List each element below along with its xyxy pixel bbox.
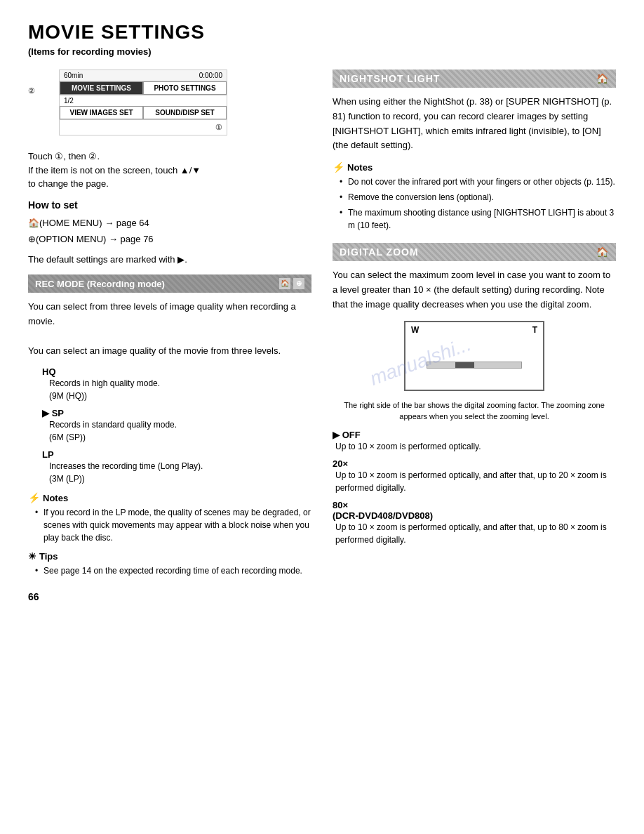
right-column: NIGHTSHOT LIGHT 🏠 When using either the … <box>333 70 616 602</box>
nightshot-body-text: When using either the NightShot (p. 38) … <box>333 95 616 153</box>
option-menu-link: ⊕(OPTION MENU) → page 76 <box>28 231 311 247</box>
tips-label: Tips <box>39 551 58 562</box>
zoom-bar-inner <box>455 362 474 368</box>
nightshot-notes-label: Notes <box>347 162 373 173</box>
nightshot-notes-list: Do not cover the infrared port with your… <box>340 176 616 232</box>
nightshot-header: NIGHTSHOT LIGHT 🏠 <box>333 70 616 88</box>
quality-hq: HQ Records in high quality mode.(9M (HQ)… <box>42 366 311 402</box>
digital-zoom-title: DIGITAL ZOOM <box>340 246 419 258</box>
notes-label: Notes <box>43 493 68 503</box>
tip-item-0: See page 14 on the expected recording ti… <box>35 564 311 577</box>
zoom-20x-desc: Up to 10 × zoom is performed optically, … <box>335 469 616 494</box>
tips-list: See page 14 on the expected recording ti… <box>35 564 311 577</box>
zoom-off-label: OFF <box>333 430 616 440</box>
tips-header: ☀ Tips <box>28 551 311 562</box>
quality-sp-label: SP <box>42 408 311 418</box>
nightshot-notes-header: ⚡ Notes <box>333 161 616 173</box>
quality-sp-desc: Records in standard quality mode.(6M (SP… <box>49 418 311 444</box>
quality-lp-label: LP <box>42 449 311 460</box>
tips-section: ☀ Tips See page 14 on the expected recor… <box>28 551 311 577</box>
diagram-cell-photo: PHOTO SETTINGS <box>143 81 227 95</box>
default-note: The default settings are marked with ▶. <box>28 254 311 265</box>
diagram-top-bar: 60min 0:00:00 <box>60 70 227 81</box>
nightshot-notes-icon: ⚡ <box>333 161 344 173</box>
touch-line1: Touch ①, then ②. <box>28 151 100 161</box>
notes-list: If you record in the LP mode, the qualit… <box>35 506 311 544</box>
quality-sp: SP Records in standard quality mode.(6M … <box>42 408 311 444</box>
zoom-caption: The right side of the bar shows the digi… <box>333 399 616 423</box>
rec-mode-header: REC MODE (Recording mode) 🏠 ⊕ <box>28 274 311 293</box>
diagram-cell-view: VIEW IMAGES SET <box>60 106 143 119</box>
page-subtitle: (Items for recording movies) <box>28 46 616 57</box>
digital-zoom-home-icon: 🏠 <box>596 246 609 258</box>
zoom-option-20x: 20× Up to 10 × zoom is performed optical… <box>333 458 616 494</box>
nightshot-title: NIGHTSHOT LIGHT <box>340 73 440 84</box>
zoom-option-80x: 80×(DCR-DVD408/DVD808) Up to 10 × zoom i… <box>333 500 616 546</box>
diagram-cell-movie: MOVIE SETTINGS <box>60 81 143 95</box>
diagram-time-right: 0:00:00 <box>199 72 222 79</box>
zoom-option-off: OFF Up to 10 × zoom is performed optical… <box>333 430 616 453</box>
zoom-80x-desc: Up to 10 × zoom is performed optically, … <box>335 521 616 546</box>
digital-zoom-header: DIGITAL ZOOM 🏠 <box>333 243 616 261</box>
diagram-bottom: ① <box>60 120 227 135</box>
nightshot-note-2: The maximum shooting distance using [NIG… <box>340 206 616 232</box>
page-title: MOVIE SETTINGS <box>28 21 616 44</box>
zoom-off-desc: Up to 10 × zoom is performed optically. <box>335 440 616 453</box>
left-column: ② 60min 0:00:00 MOVIE SETTINGS PHOTO SET… <box>28 70 311 602</box>
zoom-20x-label: 20× <box>333 458 616 469</box>
zoom-w-label: W <box>411 325 419 335</box>
rec-mode-notes: ⚡ Notes If you record in the LP mode, th… <box>28 492 311 544</box>
nightshot-note-1: Remove the conversion lens (optional). <box>340 191 616 204</box>
diagram-menu-row1: MOVIE SETTINGS PHOTO SETTINGS <box>60 81 227 95</box>
digital-zoom-body-text: You can select the maximum zoom level in… <box>333 268 616 312</box>
notes-header: ⚡ Notes <box>28 492 311 503</box>
tips-icon: ☀ <box>28 551 36 562</box>
quality-lp-desc: Increases the recording time (Long Play)… <box>49 460 311 485</box>
home-menu-link: 🏠(HOME MENU) → page 64 <box>28 215 311 231</box>
nightshot-notes: ⚡ Notes Do not cover the infrared port w… <box>333 161 616 232</box>
home-icon: 🏠 <box>279 278 290 289</box>
note-item-0: If you record in the LP mode, the qualit… <box>35 506 311 544</box>
touch-line3: to change the page. <box>28 178 109 189</box>
diagram-page-num: 1/2 <box>60 95 227 106</box>
nightshot-body: When using either the NightShot (p. 38) … <box>333 95 616 153</box>
nightshot-note-0: Do not cover the infrared port with your… <box>340 176 616 188</box>
zoom-diagram: W T <box>404 321 544 391</box>
notes-icon: ⚡ <box>28 492 40 503</box>
touch-line2: If the item is not on the screen, touch … <box>28 165 201 176</box>
diagram-time-left: 60min <box>64 72 83 79</box>
how-to-set-label: How to set <box>28 199 311 211</box>
option-icon: ⊕ <box>293 278 304 289</box>
nightshot-home-icon: 🏠 <box>596 73 609 84</box>
rec-mode-title: REC MODE (Recording mode) <box>35 279 165 289</box>
digital-zoom-body: You can select the maximum zoom level in… <box>333 268 616 312</box>
page-number: 66 <box>28 591 311 602</box>
zoom-80x-label: 80×(DCR-DVD408/DVD808) <box>333 500 616 521</box>
quality-hq-label: HQ <box>42 366 311 377</box>
circle2-label: ② <box>28 86 35 95</box>
circle1-label: ① <box>215 123 222 132</box>
menu-diagram-wrapper: ② 60min 0:00:00 MOVIE SETTINGS PHOTO SET… <box>28 70 311 143</box>
touch-instruction: Touch ①, then ②. If the item is not on t… <box>28 150 311 191</box>
quality-lp: LP Increases the recording time (Long Pl… <box>42 449 311 485</box>
zoom-t-label: T <box>532 325 537 335</box>
quality-hq-desc: Records in high quality mode.(9M (HQ)) <box>49 377 311 402</box>
diagram-menu-row2: VIEW IMAGES SET SOUND/DISP SET <box>60 106 227 120</box>
menu-diagram: 60min 0:00:00 MOVIE SETTINGS PHOTO SETTI… <box>59 70 227 135</box>
rec-mode-icons: 🏠 ⊕ <box>279 278 304 289</box>
diagram-cell-sound: SOUND/DISP SET <box>143 106 227 119</box>
menu-links: 🏠(HOME MENU) → page 64 ⊕(OPTION MENU) → … <box>28 215 311 248</box>
rec-mode-body1: You can select from three levels of imag… <box>28 300 311 358</box>
zoom-bar <box>427 362 522 369</box>
